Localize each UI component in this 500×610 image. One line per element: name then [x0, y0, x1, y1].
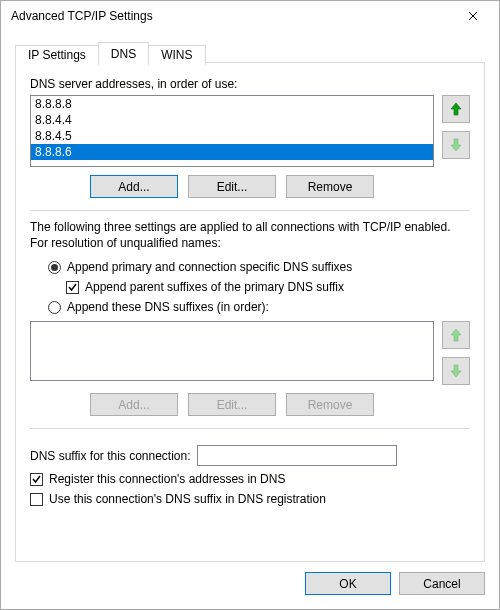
suffix-move-up-button[interactable]	[442, 321, 470, 349]
cancel-button[interactable]: Cancel	[399, 572, 485, 595]
suffix-buttons: Add... Edit... Remove	[30, 393, 470, 416]
remove-suffix-button[interactable]: Remove	[286, 393, 374, 416]
radio-append-these-row[interactable]: Append these DNS suffixes (in order):	[30, 300, 470, 314]
dns-servers-row: 8.8.8.88.8.4.48.8.4.58.8.8.6	[30, 95, 470, 167]
divider	[30, 428, 470, 429]
dialog-window: Advanced TCP/IP Settings IP Settings DNS…	[0, 0, 500, 610]
dialog-body: IP Settings DNS WINS DNS server addresse…	[1, 31, 499, 609]
suffix-move-down-button[interactable]	[442, 357, 470, 385]
close-button[interactable]	[453, 2, 493, 30]
dns-panel: DNS server addresses, in order of use: 8…	[15, 63, 485, 562]
title-bar: Advanced TCP/IP Settings	[1, 1, 499, 31]
divider	[30, 210, 470, 211]
tab-wins[interactable]: WINS	[148, 45, 205, 65]
dns-server-item[interactable]: 8.8.8.8	[31, 96, 433, 112]
suffix-field-row: DNS suffix for this connection:	[30, 445, 470, 466]
ok-button[interactable]: OK	[305, 572, 391, 595]
radio-append-these[interactable]	[48, 301, 61, 314]
dns-server-item[interactable]: 8.8.4.4	[31, 112, 433, 128]
chk-use-suffix-row[interactable]: Use this connection's DNS suffix in DNS …	[30, 492, 470, 506]
dns-server-item[interactable]: 8.8.8.6	[31, 144, 433, 160]
radio-append-primary-row[interactable]: Append primary and connection specific D…	[30, 260, 470, 274]
suffix-field-label: DNS suffix for this connection:	[30, 449, 191, 463]
window-title: Advanced TCP/IP Settings	[11, 9, 453, 23]
dns-reorder-buttons	[442, 95, 470, 159]
arrow-up-icon	[450, 102, 462, 116]
suffix-reorder-buttons	[442, 321, 470, 385]
dialog-buttons: OK Cancel	[15, 562, 485, 595]
suffix-list-row	[30, 321, 470, 385]
dns-server-buttons: Add... Edit... Remove	[30, 175, 470, 198]
chk-register-label: Register this connection's addresses in …	[49, 472, 285, 486]
tab-dns[interactable]: DNS	[98, 42, 149, 64]
dns-server-item[interactable]: 8.8.4.5	[31, 128, 433, 144]
add-dns-button[interactable]: Add...	[90, 175, 178, 198]
chk-parent-suffixes-label: Append parent suffixes of the primary DN…	[85, 280, 344, 294]
edit-dns-button[interactable]: Edit...	[188, 175, 276, 198]
radio-append-primary-label: Append primary and connection specific D…	[67, 260, 352, 274]
suffix-description: The following three settings are applied…	[30, 219, 470, 251]
arrow-up-icon	[450, 328, 462, 342]
dns-servers-list[interactable]: 8.8.8.88.8.4.48.8.4.58.8.8.6	[30, 95, 434, 167]
chk-parent-suffixes-row[interactable]: Append parent suffixes of the primary DN…	[30, 280, 470, 294]
close-icon	[468, 11, 478, 21]
arrow-down-icon	[450, 364, 462, 378]
tab-ip-settings[interactable]: IP Settings	[15, 45, 99, 65]
radio-append-primary[interactable]	[48, 261, 61, 274]
tab-strip: IP Settings DNS WINS	[15, 39, 485, 63]
chk-register[interactable]	[30, 473, 43, 486]
chk-use-suffix[interactable]	[30, 493, 43, 506]
move-down-button[interactable]	[442, 131, 470, 159]
chk-use-suffix-label: Use this connection's DNS suffix in DNS …	[49, 492, 326, 506]
add-suffix-button[interactable]: Add...	[90, 393, 178, 416]
move-up-button[interactable]	[442, 95, 470, 123]
suffix-list[interactable]	[30, 321, 434, 381]
chk-register-row[interactable]: Register this connection's addresses in …	[30, 472, 470, 486]
dns-servers-label: DNS server addresses, in order of use:	[30, 77, 470, 91]
edit-suffix-button[interactable]: Edit...	[188, 393, 276, 416]
radio-append-these-label: Append these DNS suffixes (in order):	[67, 300, 269, 314]
chk-parent-suffixes[interactable]	[66, 281, 79, 294]
arrow-down-icon	[450, 138, 462, 152]
remove-dns-button[interactable]: Remove	[286, 175, 374, 198]
suffix-field[interactable]	[197, 445, 397, 466]
